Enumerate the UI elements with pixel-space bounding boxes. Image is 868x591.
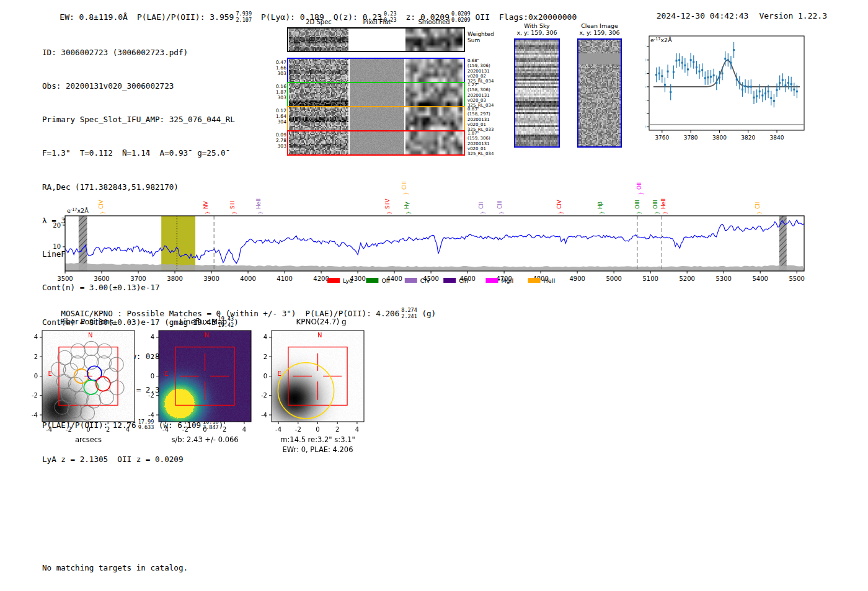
footer-notes: No matching targets in catalog. Row inte… — [42, 543, 188, 591]
cutout-y-tick-label: 4 — [264, 334, 267, 340]
cutout-x-tick-label: -2 — [182, 426, 188, 433]
twod-row-2dspec — [289, 83, 348, 106]
emission-line-brace: { — [480, 211, 485, 214]
twod-row-2dspec — [289, 59, 348, 82]
twod-row-pixelflat — [350, 131, 404, 154]
emission-line-brace: { — [231, 211, 237, 214]
inset-data-point — [655, 74, 657, 76]
inset-data-point — [753, 97, 755, 99]
with-sky-panel: With Skyx, y: 159, 306 — [513, 22, 560, 36]
clean-image — [577, 38, 622, 148]
spectrum-x-tick-label: 3700 — [130, 275, 146, 282]
emission-line-brace: { — [558, 211, 564, 214]
twod-row-left-labels: 0.092.78303 — [275, 132, 286, 149]
cutout-y-tick-label: 0 — [34, 373, 38, 380]
spectrum-y-tick-label: 10 — [53, 243, 61, 250]
inset-data-point — [787, 82, 789, 84]
kpno-cutout-panel: KPNO(24.7) g-4-4-2-2002244NEm:14.5 re:3.… — [256, 318, 386, 460]
header-flags: Flags:0x20000000 — [499, 12, 577, 22]
cutout-y-tick-label: -2 — [261, 392, 267, 399]
info-primary-spec: Primary Spec_Slot_IFU_AMP: 325_076_044_R… — [42, 115, 239, 125]
emission-line-label: OIII — [652, 200, 658, 209]
legend-label: OII — [381, 277, 389, 284]
emission-line-brace: { — [599, 211, 604, 214]
twod-row-2dspec — [289, 131, 348, 154]
emission-line-label: CIV — [98, 200, 104, 209]
inset-data-point — [750, 86, 752, 87]
report-datetime: 2024-12-30 04:42:43 — [657, 11, 749, 20]
legend-swatch — [366, 278, 378, 283]
clean-image-panel: Clean Imagex, y: 159, 306 — [576, 22, 623, 36]
emission-line-brace: { — [386, 211, 392, 214]
inset-data-point — [673, 71, 675, 73]
inset-data-point — [690, 59, 692, 61]
emission-line-brace: { — [205, 211, 210, 214]
cutout-x-tick-label: 0 — [316, 426, 319, 433]
header-plae: P(LAE)/P(OII): 3.9597.9392.107 — [137, 12, 252, 22]
inset-data-point — [724, 58, 726, 60]
cutout-overlay: -4-4-2-2002244NEs/b: 2.43 +/- 0.066 — [141, 318, 265, 451]
lineflux-map-panel: Lineflux Map-4-4-2-2002244NEs/b: 2.43 +/… — [141, 318, 265, 451]
inset-data-point — [681, 62, 683, 64]
info-seeing: F=1.3" T=0.1̄12 N̄=1.1̄4 A=0.93̄ g=25.0̄ — [42, 148, 239, 158]
inset-data-point — [707, 76, 709, 78]
cutout-x-tick-label: 0 — [86, 426, 90, 433]
emission-line-label: CII — [478, 202, 484, 209]
spectrum-x-tick-label: 5400 — [752, 275, 768, 282]
spectrum-y-tick-label: 20 — [53, 222, 61, 229]
emission-line-brace: { — [638, 192, 644, 195]
fiber-circle — [84, 341, 99, 355]
inset-data-point — [776, 89, 778, 91]
elixer-report-page: EW: 0.8±119.0ÅP(LAE)/P(OII): 3.9597.9392… — [0, 0, 868, 591]
spectrum-flux-units-label: e-17x2Å — [67, 207, 89, 214]
inset-data-point — [670, 91, 671, 93]
legend-label: MgII — [501, 277, 513, 284]
emission-line-label: CII — [755, 202, 761, 209]
emission-line-label: CIII — [497, 200, 503, 209]
legend-label: CIV — [420, 277, 430, 284]
inset-y-tick-label: 0 — [645, 124, 645, 130]
cutout-y-tick-label: 0 — [151, 373, 154, 380]
twod-weighted-smoothed — [405, 29, 463, 51]
emission-line-brace: { — [654, 211, 660, 214]
twod-row-pixelflat — [350, 59, 404, 82]
inset-data-point — [701, 69, 703, 71]
spectrum-x-tick-label: 3900 — [203, 275, 219, 282]
inset-data-point — [696, 66, 698, 68]
cutout-x-tick-label: -2 — [66, 426, 72, 433]
cutout-x-tick-label: -4 — [275, 426, 281, 433]
inset-data-point — [722, 73, 724, 74]
inset-data-point — [793, 89, 795, 91]
north-label: N — [317, 332, 322, 339]
inset-data-point — [736, 79, 738, 81]
twod-col-title: 2D Spec — [291, 19, 347, 25]
footer-line-1: No matching targets in catalog. — [42, 563, 188, 573]
inset-data-point — [764, 92, 766, 94]
emission-line-brace: { — [636, 211, 642, 214]
cutout-x-tick-label: 4 — [242, 426, 246, 433]
report-version: Version 1.22.3 — [759, 11, 827, 20]
emission-line-label: CIII — [401, 181, 407, 190]
cutout-y-tick-label: 2 — [264, 353, 267, 360]
twod-row-left-labels: 0.161.87303 — [275, 84, 286, 100]
inset-x-tick-label: 3840 — [770, 135, 784, 141]
with-sky-title: With Skyx, y: 159, 306 — [513, 22, 560, 36]
fiber-circle — [80, 406, 94, 420]
cutout-y-tick-label: 0 — [264, 373, 267, 380]
legend-label: CIII — [459, 277, 468, 284]
inset-data-point — [667, 71, 669, 73]
inset-data-point — [770, 97, 772, 99]
cutout-x-tick-label: -4 — [162, 426, 169, 433]
inset-y-tick-label: 8 — [645, 70, 645, 76]
fiber-circle — [99, 390, 113, 404]
east-label: E — [165, 370, 169, 377]
spectrum-x-tick-label: 3800 — [167, 275, 182, 282]
emission-line-brace: { — [498, 211, 504, 214]
spectrum-x-tick-label: 4000 — [240, 275, 255, 282]
inset-y-tick-label: 2 — [645, 110, 645, 117]
north-label: N — [205, 332, 209, 339]
spectrum-x-tick-label: 4900 — [569, 275, 585, 282]
twod-row-smoothed — [405, 107, 463, 130]
inset-flux-units-label: e-17x2Å — [650, 37, 672, 43]
inset-x-tick-label: 3760 — [655, 135, 669, 141]
